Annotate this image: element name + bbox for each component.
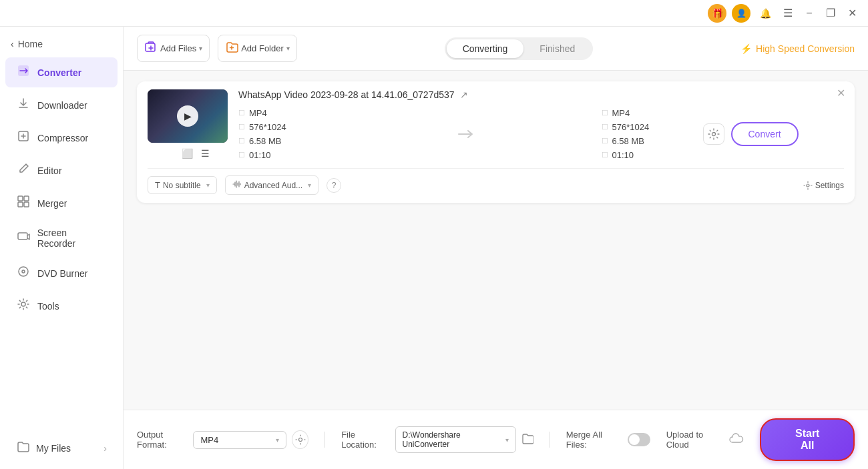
output-format-select[interactable]: MP4 ▾ [193, 431, 286, 449]
divider2 [550, 432, 550, 448]
sidebar-item-myfiles[interactable]: My Files › [5, 434, 118, 462]
file-location-value: D:\Wondershare UniConverter [403, 430, 503, 449]
sidebar: ‹ Home Converter Downloader [0, 27, 124, 469]
merge-files-label: Merge All Files: [566, 430, 622, 450]
back-home-button[interactable]: ‹ Home [0, 32, 123, 56]
format-settings-icon[interactable] [703, 123, 724, 145]
dst-resolution-value: 576*1024 [612, 122, 650, 132]
video-thumbnail: ▶ [148, 89, 228, 143]
bottom-bar: Output Format: MP4 ▾ File Location: D:\W… [124, 410, 868, 469]
src-format-value: MP4 [249, 108, 267, 118]
merge-files-toggle[interactable] [628, 433, 650, 446]
file-location-browse-icon[interactable] [521, 433, 533, 447]
dst-duration-value: 01:10 [612, 150, 634, 160]
src-resolution-field: ☐ 576*1024 [238, 122, 332, 132]
tab-converting[interactable]: Converting [447, 39, 524, 58]
convert-btn-wrap: Convert [703, 122, 799, 146]
src-size-field: ☐ 6.58 MB [238, 136, 332, 146]
editor-icon [16, 162, 31, 179]
src-format-check: ☐ [238, 109, 245, 117]
titlebar: 🎁 👤 🔔 ☰ − ❐ ✕ [0, 0, 868, 27]
src-size-value: 6.58 MB [249, 136, 281, 146]
gift-icon[interactable]: 🎁 [708, 4, 726, 23]
svg-rect-3 [24, 196, 29, 201]
add-files-button[interactable]: Add Files ▾ [137, 35, 210, 62]
dest-format: ☐ MP4 ☐ 576*1024 ☐ 6.58 [602, 108, 695, 160]
divider [324, 432, 325, 448]
tools-icon [16, 298, 31, 314]
src-size-check: ☐ [238, 137, 245, 145]
main-content: Add Files ▾ Add Folder ▾ Converting [124, 27, 868, 469]
sidebar-item-downloader[interactable]: Downloader [5, 90, 118, 120]
sidebar-item-merger[interactable]: Merger [5, 188, 118, 218]
sidebar-item-dvd-burner[interactable]: DVD Burner [5, 258, 118, 288]
upload-cloud-field: Upload to Cloud [666, 430, 744, 450]
add-folder-dropdown-icon: ▾ [286, 45, 290, 52]
dvd-burner-icon [16, 265, 31, 282]
add-files-icon [144, 41, 158, 56]
svg-point-8 [22, 270, 25, 273]
advanced-audio-select[interactable]: Advanced Aud... ▾ [225, 175, 318, 195]
file-location-select[interactable]: D:\Wondershare UniConverter ▾ [395, 426, 516, 453]
list-icon[interactable]: ☰ [201, 148, 210, 159]
sidebar-item-tools[interactable]: Tools [5, 291, 118, 321]
add-folder-icon [225, 41, 238, 56]
add-files-label: Add Files [160, 43, 196, 53]
file-location-dropdown-icon: ▾ [505, 436, 509, 444]
video-card-footer: T No subtitle ▾ Advanced Aud... ▾ [148, 168, 844, 195]
sidebar-item-converter[interactable]: Converter [5, 57, 118, 87]
video-info: WhatsApp Video 2023-09-28 at 14.41.06_07… [238, 89, 844, 160]
format-arrow [332, 129, 602, 139]
svg-point-13 [298, 438, 302, 442]
dst-format-field: ☐ MP4 [602, 108, 695, 118]
start-all-button[interactable]: Start All [760, 418, 855, 461]
subtitle-select[interactable]: T No subtitle ▾ [148, 176, 217, 194]
source-format: ☐ MP4 ☐ 576*1024 ☐ 6.58 MB [238, 108, 332, 160]
downloader-icon [16, 97, 31, 113]
svg-rect-5 [24, 202, 29, 207]
dvd-burner-label: DVD Burner [37, 268, 87, 279]
src-duration-check: ☐ [238, 151, 245, 159]
home-label: Home [18, 39, 43, 49]
tab-group: Converting Finished [445, 37, 594, 60]
crop-icon[interactable]: ⬜ [182, 148, 193, 159]
dst-resolution-field: ☐ 576*1024 [602, 122, 695, 132]
add-folder-button[interactable]: Add Folder ▾ [218, 35, 297, 62]
format-row: ☐ MP4 ☐ 576*1024 ☐ 6.58 MB [238, 108, 844, 160]
output-format-settings-icon[interactable] [292, 430, 308, 449]
info-button[interactable]: ? [327, 178, 341, 193]
merger-icon [16, 195, 31, 211]
settings-button[interactable]: Settings [803, 181, 844, 190]
play-button[interactable]: ▶ [177, 105, 198, 127]
video-card: ✕ ▶ ✂ ⬜ ☰ [137, 81, 855, 203]
sidebar-item-compressor[interactable]: Compressor [5, 123, 118, 153]
close-video-button[interactable]: ✕ [837, 88, 845, 99]
external-link-icon[interactable]: ↗ [460, 89, 468, 100]
downloader-label: Downloader [37, 100, 87, 111]
notification-icon[interactable]: 🔔 [756, 4, 775, 23]
add-files-dropdown-icon: ▾ [199, 45, 202, 52]
user-avatar[interactable]: 👤 [732, 4, 750, 23]
myfiles-icon [16, 440, 29, 456]
restore-button[interactable]: ❐ [823, 5, 839, 21]
high-speed-conversion[interactable]: ⚡ High Speed Conversion [740, 43, 855, 54]
cut-icon[interactable]: ✂ [166, 148, 174, 159]
sidebar-item-screen-recorder[interactable]: Screen Recorder [5, 221, 118, 256]
tab-finished[interactable]: Finished [523, 39, 591, 58]
convert-button[interactable]: Convert [731, 122, 799, 146]
src-format-field: ☐ MP4 [238, 108, 332, 118]
advanced-dropdown-icon: ▾ [308, 181, 311, 189]
merger-label: Merger [37, 198, 67, 209]
dst-format-value: MP4 [612, 108, 630, 118]
advanced-audio-label: Advanced Aud... [244, 181, 302, 190]
dst-size-check: ☐ [602, 137, 608, 145]
high-speed-label: High Speed Conversion [756, 43, 855, 54]
menu-button[interactable]: ☰ [780, 5, 796, 21]
src-duration-value: 01:10 [249, 150, 271, 160]
toolbar-left: Add Files ▾ Add Folder ▾ [137, 35, 297, 62]
cloud-icon[interactable] [729, 433, 744, 447]
minimize-button[interactable]: − [801, 5, 817, 21]
sidebar-item-editor[interactable]: Editor [5, 155, 118, 185]
tools-label: Tools [37, 301, 59, 312]
close-button[interactable]: ✕ [844, 5, 860, 21]
